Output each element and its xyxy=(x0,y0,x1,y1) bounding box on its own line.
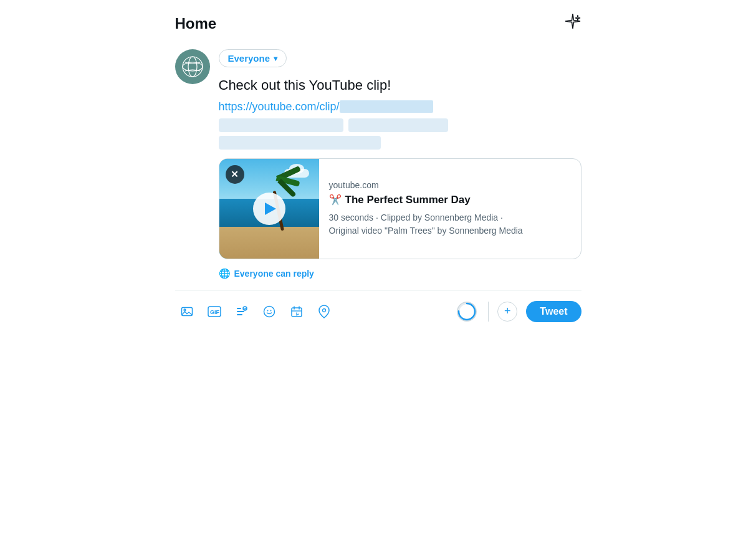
char-counter-arc-svg xyxy=(457,302,477,322)
char-counter xyxy=(457,302,477,322)
toolbar-divider-line xyxy=(175,290,581,291)
url-preview-blocks xyxy=(219,118,581,150)
link-selected-portion xyxy=(340,100,433,113)
svg-point-4 xyxy=(184,309,186,311)
close-preview-button[interactable]: ✕ xyxy=(226,165,244,184)
reply-permission[interactable]: 🌐 Everyone can reply xyxy=(219,268,581,279)
page-header: Home xyxy=(175,12,581,34)
emoji-icon-button[interactable] xyxy=(257,300,281,323)
preview-meta-line2: Original video "Palm Trees" by Sonnenber… xyxy=(329,226,523,236)
tweet-link[interactable]: https://youtube.com/clip/ xyxy=(219,99,581,115)
svg-point-1 xyxy=(188,57,197,77)
blurred-block-3 xyxy=(219,136,381,150)
scissors-icon: ✂️ xyxy=(329,194,342,206)
thread-icon-button[interactable] xyxy=(230,300,254,323)
plus-icon: + xyxy=(504,305,511,318)
tweet-composer: Everyone ▾ Check out this YouTube clip! … xyxy=(175,49,581,323)
svg-rect-9 xyxy=(237,314,242,315)
image-icon-button[interactable] xyxy=(175,300,199,323)
link-text: https://youtube.com/clip/ xyxy=(219,100,340,113)
tweet-body-text[interactable]: Check out this YouTube clip! xyxy=(219,76,581,95)
preview-title: ✂️ The Perfect Summer Day xyxy=(329,194,571,206)
svg-rect-3 xyxy=(181,307,192,315)
chevron-down-icon: ▾ xyxy=(274,54,277,63)
blurred-block-2 xyxy=(348,118,448,132)
preview-meta: 30 seconds · Clipped by Sonnenberg Media… xyxy=(329,211,571,237)
link-preview-card: ✕ youtube.com ✂️ The Perfect Summer Day … xyxy=(219,158,581,259)
preview-info: youtube.com ✂️ The Perfect Summer Day 30… xyxy=(319,159,581,259)
tweet-submit-button[interactable]: Tweet xyxy=(526,301,581,322)
blurred-block-1 xyxy=(219,118,343,132)
preview-title-text: The Perfect Summer Day xyxy=(345,194,471,206)
add-tweet-button[interactable]: + xyxy=(497,302,517,322)
avatar xyxy=(175,49,210,84)
svg-point-0 xyxy=(183,57,203,77)
reply-permission-label: Everyone can reply xyxy=(234,269,314,279)
play-button[interactable] xyxy=(253,193,285,225)
tweet-toolbar: GIF xyxy=(175,300,581,323)
beach-sand-bg xyxy=(219,227,319,259)
svg-point-13 xyxy=(270,310,271,311)
svg-point-12 xyxy=(267,310,268,311)
close-icon: ✕ xyxy=(231,169,239,180)
toolbar-icon-group: GIF xyxy=(175,300,455,323)
sparkle-icon[interactable] xyxy=(564,12,581,34)
svg-rect-7 xyxy=(237,308,241,309)
svg-text:GIF: GIF xyxy=(210,309,220,315)
svg-point-11 xyxy=(264,306,274,317)
preview-meta-line1: 30 seconds · Clipped by Sonnenberg Media… xyxy=(329,212,503,222)
svg-point-15 xyxy=(322,308,325,312)
preview-thumbnail: ✕ xyxy=(219,159,319,259)
gif-icon-button[interactable]: GIF xyxy=(203,300,226,323)
audience-label: Everyone xyxy=(228,53,270,64)
location-icon-button[interactable] xyxy=(312,300,336,323)
toolbar-vertical-divider xyxy=(488,302,489,322)
svg-rect-8 xyxy=(237,311,244,312)
page-title: Home xyxy=(175,15,217,32)
toolbar-right: + Tweet xyxy=(457,301,581,322)
preview-source: youtube.com xyxy=(329,180,571,190)
globe-icon: 🌐 xyxy=(219,268,231,279)
audience-dropdown[interactable]: Everyone ▾ xyxy=(219,49,287,67)
palm-leaves xyxy=(276,171,301,191)
schedule-icon-button[interactable] xyxy=(285,300,309,323)
